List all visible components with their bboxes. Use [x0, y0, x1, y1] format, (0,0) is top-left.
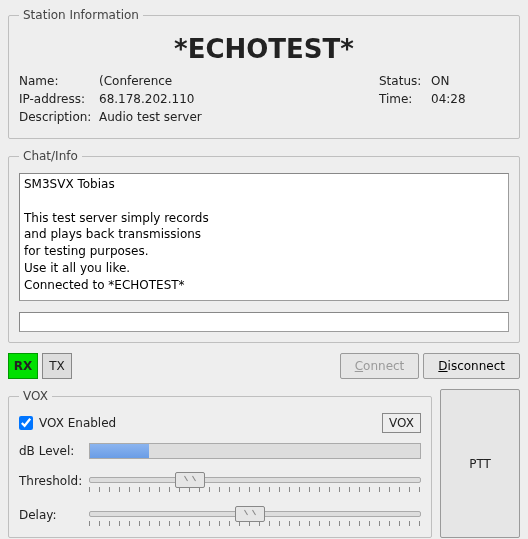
delay-slider[interactable]: [89, 503, 421, 527]
status-value: ON: [431, 74, 449, 88]
connection-row: RX TX Connect Disconnect: [8, 353, 520, 379]
threshold-label: Threshold:: [19, 474, 89, 488]
ip-value: 68.178.202.110: [99, 92, 194, 106]
connect-button[interactable]: Connect: [340, 353, 420, 379]
delay-label: Delay:: [19, 508, 89, 522]
ip-label: IP-address:: [19, 92, 99, 106]
name-value: (Conference: [99, 74, 172, 88]
chat-legend: Chat/Info: [19, 149, 82, 163]
description-value: Audio test server: [99, 110, 202, 124]
threshold-slider[interactable]: [89, 469, 421, 493]
disconnect-button[interactable]: Disconnect: [423, 353, 520, 379]
vox-enabled-label[interactable]: VOX Enabled: [19, 416, 116, 430]
status-label: Status:: [379, 74, 431, 88]
ptt-button[interactable]: PTT: [440, 389, 520, 538]
chat-log[interactable]: SM3SVX Tobias This test server simply re…: [19, 173, 509, 301]
chat-info-group: Chat/Info SM3SVX Tobias This test server…: [8, 149, 520, 343]
chat-input[interactable]: [19, 312, 509, 332]
station-left-grid: Name: (Conference IP-address: 68.178.202…: [19, 74, 379, 128]
connect-label: onnect: [363, 359, 404, 373]
time-value: 04:28: [431, 92, 466, 106]
db-level-label: dB Level:: [19, 444, 89, 458]
description-label: Description:: [19, 110, 99, 124]
station-title: *ECHOTEST*: [19, 34, 509, 64]
name-label: Name:: [19, 74, 99, 88]
time-label: Time:: [379, 92, 431, 106]
vox-group: VOX VOX Enabled VOX dB Level: Threshold:…: [8, 389, 432, 538]
db-level-meter: [89, 443, 421, 459]
station-right-grid: Status: ON Time: 04:28: [379, 74, 509, 128]
vox-enabled-checkbox[interactable]: [19, 416, 33, 430]
station-information-group: Station Information *ECHOTEST* Name: (Co…: [8, 8, 520, 139]
vox-legend: VOX: [19, 389, 52, 403]
disconnect-label: isconnect: [448, 359, 505, 373]
station-legend: Station Information: [19, 8, 143, 22]
db-level-fill: [90, 444, 149, 458]
vox-badge: VOX: [382, 413, 421, 433]
tx-indicator: TX: [42, 353, 72, 379]
rx-indicator: RX: [8, 353, 38, 379]
